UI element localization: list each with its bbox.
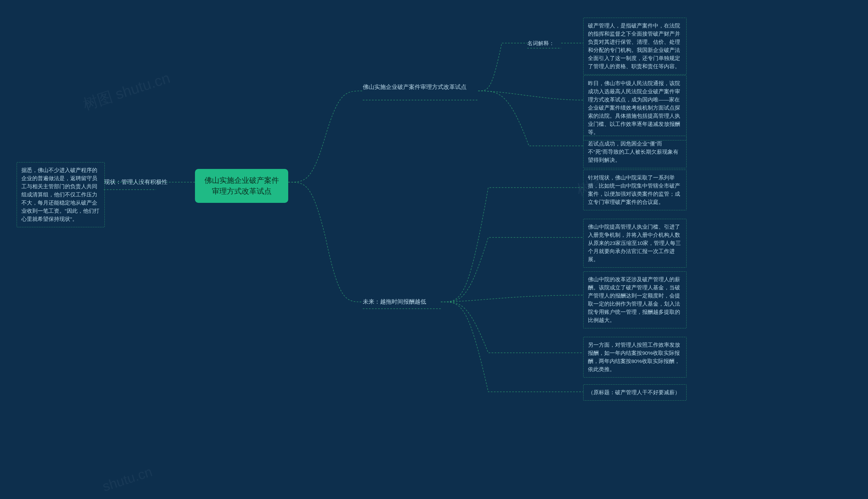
leaf-left-1[interactable]: 据悉，佛山不少进入破产程序的企业的普遍做法是，返聘留守员工与相关主管部门的负责人… — [17, 162, 105, 227]
leaf-r1-2[interactable]: 昨日，佛山市中级人民法院通报，该院成功入选最高人民法院企业破产案件审理方式改革试… — [583, 75, 686, 141]
branch-right2-label[interactable]: 未来：越拖时间报酬越低 — [363, 298, 441, 306]
leaf-r2-4[interactable]: 另一方面，对管理人按照工作效率发放报酬，如一年内结案按90%收取实际报酬，两年内… — [583, 337, 686, 378]
sub-label-glossary[interactable]: 名词解释： — [527, 39, 561, 47]
branch-right1-label[interactable]: 佛山实施企业破产案件审理方式改革试点 — [363, 83, 478, 92]
leaf-r2-2[interactable]: 佛山中院提高管理人执业门槛、引进了入册竞争机制，并将入册中介机构人数从原来的23… — [583, 219, 686, 268]
leaf-r1-3[interactable]: 若试点成功，因危困企业"僵"而不"死"而导致的工人被长期欠薪现象有望得到解决。 — [583, 136, 686, 168]
root-node[interactable]: 佛山实施企业破产案件审理方式改革试点 — [195, 169, 288, 203]
connector-lines — [0, 0, 868, 499]
leaf-r1-1[interactable]: 破产管理人，是指破产案件中，在法院的指挥和监督之下全面接管破产财产并负责对其进行… — [583, 17, 686, 75]
leaf-r2-5[interactable]: （原标题：破产管理人干不好要减薪） — [583, 384, 686, 401]
leaf-r2-1[interactable]: 针对现状，佛山中院采取了一系列举措，比如统一由中院集中管辖全市破产案件，以便加强… — [583, 170, 686, 210]
branch-left-label[interactable]: 现状：管理人没有积极性 — [104, 178, 174, 186]
leaf-r2-3[interactable]: 佛山中院的改革还涉及破产管理人的薪酬。该院成立了破产管理人基金，当破产管理人的报… — [583, 271, 686, 328]
watermark: 树图 shutu.cn — [80, 68, 173, 115]
watermark: shutu.cn — [101, 464, 154, 495]
